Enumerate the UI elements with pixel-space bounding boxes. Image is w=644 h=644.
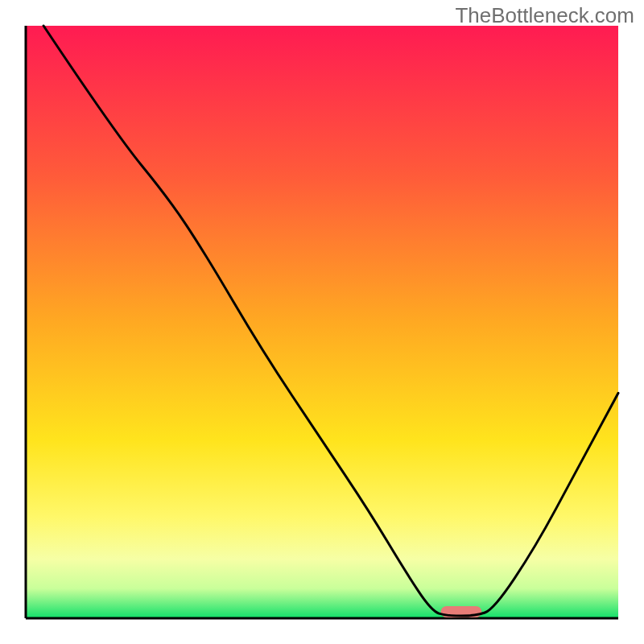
gradient-background (26, 26, 618, 618)
chart-svg (0, 0, 644, 644)
bottleneck-chart: TheBottleneck.com (0, 0, 644, 644)
